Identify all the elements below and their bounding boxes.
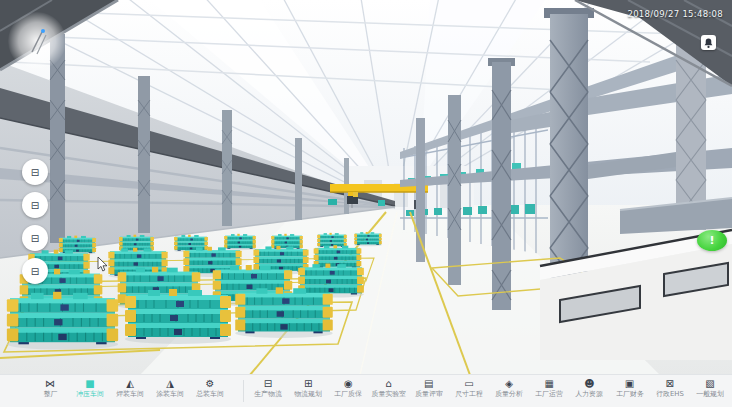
toolbar-item-logistics-plan[interactable]: ⊞物流规划 xyxy=(292,378,324,398)
toolbar-item-label: 行政EHS xyxy=(656,390,684,397)
toolbar-item-briefcase[interactable]: ▣工厂财务 xyxy=(614,378,646,398)
shield-icon: ◈ xyxy=(505,378,513,389)
bell-icon xyxy=(704,38,713,48)
toolbar-item-label: 物流规划 xyxy=(294,390,322,397)
toolbar-item-label: 质量实验室 xyxy=(371,390,406,397)
side-panel-button-1[interactable]: ⊟ xyxy=(22,159,48,185)
toolbar-item-label: 整厂 xyxy=(43,390,57,397)
ruler-icon: ▭ xyxy=(464,378,473,389)
toolbar-item-plan-doc[interactable]: ▧一般规划 xyxy=(694,378,726,398)
toolbar-item-label: 焊装车间 xyxy=(116,390,144,397)
toolbar-item-label: 人力资源 xyxy=(576,390,604,397)
toolbar-item-truck[interactable]: ⊟生产物流 xyxy=(252,378,284,398)
review-doc-icon: ▤ xyxy=(424,378,433,389)
notification-button[interactable] xyxy=(701,35,716,50)
welding-workshop-icon: ◭ xyxy=(126,378,134,389)
compass-widget[interactable] xyxy=(8,12,66,70)
toolbar-item-label: 质量评审 xyxy=(415,390,443,397)
dashboard-icon: ⊟ xyxy=(31,266,39,277)
compass-needle-icon xyxy=(8,12,66,70)
toolbar-item-lab[interactable]: ⌂质量实验室 xyxy=(373,378,405,398)
briefcase-icon: ▣ xyxy=(625,378,634,389)
painting-workshop-icon: ◮ xyxy=(166,378,174,389)
chart-icon: ▦ xyxy=(544,378,553,389)
toolbar-item-person[interactable]: ☻人力资源 xyxy=(573,378,605,398)
toolbar-item-label: 工厂财务 xyxy=(616,390,644,397)
bottom-toolbar: ⋈整厂■冲压车间◭焊装车间◮涂装车间⚙总装车间 ⊟生产物流⊞物流规划◉工厂质保⌂… xyxy=(0,374,732,407)
toolbar-item-painting-workshop[interactable]: ◮涂装车间 xyxy=(154,378,186,398)
toolbar-item-label: 一般规划 xyxy=(696,390,724,397)
workshop-nav-group: ⋈整厂■冲压车间◭焊装车间◮涂装车间⚙总装车间 xyxy=(34,378,226,398)
toolbar-item-assembly-workshop[interactable]: ⚙总装车间 xyxy=(194,378,226,398)
toolbar-item-factory[interactable]: ⋈整厂 xyxy=(34,378,66,398)
toolbar-item-label: 质量分析 xyxy=(495,390,523,397)
toolbar-item-label: 尺寸工程 xyxy=(455,390,483,397)
scene-3d-viewport[interactable]: 2018/09/27 15:48:08 ⊟⊟⊟⊟ ! xyxy=(0,0,732,375)
alert-marker[interactable]: ! xyxy=(697,230,727,251)
toolbar-item-label: 冲压车间 xyxy=(76,390,104,397)
toolbar-divider xyxy=(243,380,244,402)
lab-icon: ⌂ xyxy=(385,378,391,389)
toolbar-item-label: 生产物流 xyxy=(254,390,282,397)
toolbar-item-review-doc[interactable]: ▤质量评审 xyxy=(413,378,445,398)
toolbar-item-shield[interactable]: ◈质量分析 xyxy=(493,378,525,398)
side-panel-button-2[interactable]: ⊟ xyxy=(22,192,48,218)
toolbar-item-stamping-workshop[interactable]: ■冲压车间 xyxy=(74,378,106,398)
toolbar-item-welding-workshop[interactable]: ◭焊装车间 xyxy=(114,378,146,398)
dashboard-icon: ⊟ xyxy=(31,200,39,211)
toolbar-item-qa-badge[interactable]: ◉工厂质保 xyxy=(332,378,364,398)
toolbar-item-label: 总装车间 xyxy=(196,390,224,397)
assembly-workshop-icon: ⚙ xyxy=(206,378,215,389)
toolbar-item-label: 工厂质保 xyxy=(335,390,363,397)
die-stacks[interactable] xyxy=(7,232,382,350)
side-panel-buttons: ⊟⊟⊟⊟ xyxy=(22,159,48,284)
factory-icon: ⋈ xyxy=(45,378,55,389)
truck-icon: ⊟ xyxy=(264,378,272,389)
clock-timestamp: 2018/09/27 15:48:08 xyxy=(627,9,723,19)
app-window: 2018/09/27 15:48:08 ⊟⊟⊟⊟ ! ⋈整厂■冲压车间◭焊装车间… xyxy=(0,0,732,407)
toolbar-item-label: 涂装车间 xyxy=(156,390,184,397)
plan-doc-icon: ▧ xyxy=(705,378,714,389)
qa-badge-icon: ◉ xyxy=(344,378,353,389)
factory-3d-render xyxy=(0,0,732,375)
ehs-icon: ⊠ xyxy=(666,378,674,389)
logistics-plan-icon: ⊞ xyxy=(304,378,312,389)
stamping-workshop-icon: ■ xyxy=(85,378,94,389)
function-nav-group: ⊟生产物流⊞物流规划◉工厂质保⌂质量实验室▤质量评审▭尺寸工程◈质量分析▦工厂运… xyxy=(252,378,726,398)
dashboard-icon: ⊟ xyxy=(31,233,39,244)
person-icon: ☻ xyxy=(584,378,594,389)
toolbar-item-ruler[interactable]: ▭尺寸工程 xyxy=(453,378,485,398)
side-panel-button-3[interactable]: ⊟ xyxy=(22,225,48,251)
dashboard-icon: ⊟ xyxy=(31,167,39,178)
toolbar-item-label: 工厂运营 xyxy=(535,390,563,397)
side-panel-button-4[interactable]: ⊟ xyxy=(22,258,48,284)
toolbar-item-chart[interactable]: ▦工厂运营 xyxy=(533,378,565,398)
toolbar-item-ehs[interactable]: ⊠行政EHS xyxy=(654,378,686,398)
